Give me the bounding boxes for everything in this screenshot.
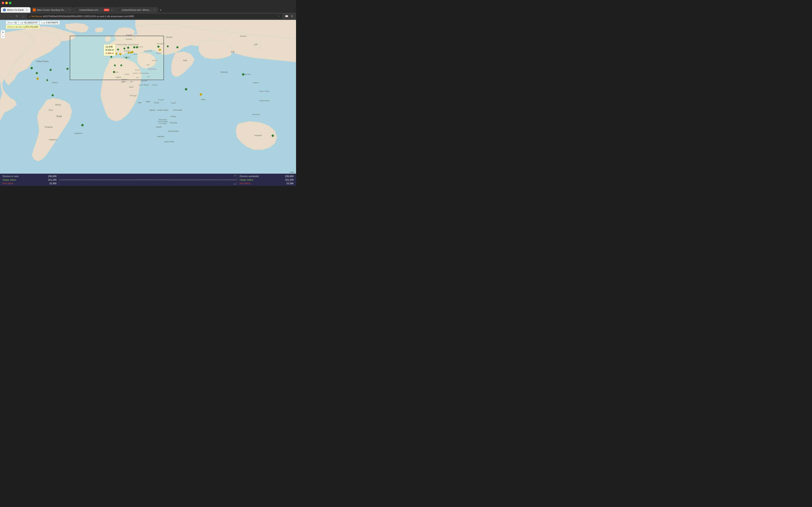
leaflet-attribution: Leafl... bbox=[290, 171, 295, 173]
marker-eu5[interactable]: ◆ bbox=[136, 45, 139, 48]
tab-akka-close[interactable]: ✕ bbox=[68, 8, 71, 11]
happy-status-left-row: Happy status 221,249 bbox=[3, 178, 56, 181]
marker-eu1[interactable]: ◆ bbox=[117, 48, 120, 51]
woe-favicon bbox=[3, 8, 6, 11]
tab-github2-close[interactable]: ✕ bbox=[153, 8, 156, 11]
marker-na3[interactable]: ◆ bbox=[49, 68, 52, 70]
marker-na4[interactable]: ◆ bbox=[66, 66, 69, 69]
tab-github1-close[interactable]: ✕ bbox=[110, 8, 113, 11]
lat-pill: Lat 52.26815737 bbox=[18, 21, 39, 24]
marker-eu4[interactable]: ◆ bbox=[133, 45, 136, 48]
marker-eu2[interactable]: ◆ bbox=[123, 47, 126, 49]
stats-bar: Devices in view 236,609 Happy status 221… bbox=[0, 174, 296, 186]
marker-y-ru1[interactable]: ◆ bbox=[159, 48, 161, 51]
marker-na1[interactable]: ◆ bbox=[30, 65, 33, 68]
sad-status-right-value: 15,360 bbox=[286, 182, 294, 185]
bookmark-icon[interactable]: ☆ bbox=[278, 15, 281, 18]
marker-na5[interactable]: ◆ bbox=[46, 78, 49, 81]
svg-text:Nigeria: Nigeria bbox=[149, 109, 155, 111]
marker-af2[interactable]: ◆ bbox=[185, 87, 188, 90]
marker-y-af1[interactable]: ◆ bbox=[199, 92, 202, 95]
reading-mode-icon[interactable]: 📖 bbox=[284, 14, 289, 18]
forward-button[interactable]: → bbox=[8, 14, 13, 19]
home-button[interactable]: ⌂ bbox=[21, 14, 26, 19]
tab-github2[interactable]: mckeeh3/woe-twin: Where O... ✕ bbox=[116, 7, 158, 13]
svg-text:Niger: Niger bbox=[146, 101, 150, 103]
svg-text:Indonesia: Indonesia bbox=[252, 113, 260, 115]
tab-akka-label: Akka Cluster Sharding Viewer bbox=[37, 9, 67, 11]
svg-text:République: République bbox=[159, 119, 167, 121]
marker-na6[interactable]: ◆ bbox=[51, 93, 54, 96]
lng-pill: Lng 9.66796875 bbox=[40, 21, 60, 24]
tab-github1-label: mckeeh3/woe-sim: Where On... bbox=[79, 9, 102, 11]
marker-sa1[interactable]: ◆ bbox=[81, 122, 84, 125]
stats-right-panel: Devices worldwide 236,609 Happy status 2… bbox=[237, 174, 296, 186]
devices-worldwide-label: Devices worldwide bbox=[240, 175, 259, 177]
tab-github2-label: mckeeh3/woe-twin: Where O... bbox=[122, 9, 152, 11]
chart-svg bbox=[59, 174, 237, 186]
tab-woe-close[interactable]: ✕ bbox=[26, 8, 28, 11]
marker-af1[interactable]: ◆ bbox=[113, 70, 116, 73]
svg-text:United States: United States bbox=[36, 60, 49, 62]
refresh-button[interactable]: ↻ bbox=[14, 14, 19, 19]
tab-github1[interactable]: mckeeh3/woe-sim: Where On... New ✕ bbox=[73, 7, 115, 13]
sad-status-left-value: 15,360 bbox=[49, 182, 56, 185]
lng-label: Lng bbox=[41, 21, 45, 24]
back-button[interactable]: ← bbox=[2, 14, 7, 19]
happy-status-right-label: Happy status bbox=[240, 178, 253, 181]
zoom-value: 16 bbox=[14, 21, 17, 24]
marker-y-eu1[interactable]: ◆ bbox=[115, 52, 118, 55]
density-label: Device density bbox=[7, 25, 22, 28]
marker-eu9[interactable]: ◆ bbox=[120, 63, 123, 66]
svg-text:پاکستان: پاکستان bbox=[152, 84, 157, 86]
sad-status-right-row: Sad status 15,360 bbox=[240, 182, 294, 185]
new-tab-button[interactable]: + bbox=[158, 8, 163, 13]
svg-text:Argentina: Argentina bbox=[49, 138, 57, 141]
github1-favicon bbox=[75, 8, 78, 11]
fullscreen-button[interactable] bbox=[9, 2, 11, 4]
title-bar bbox=[0, 0, 296, 6]
minimize-button[interactable] bbox=[5, 2, 8, 4]
svg-text:الصفاة: الصفاة bbox=[129, 86, 134, 88]
svg-text:السودان: السودان bbox=[158, 99, 164, 101]
marker-na2[interactable]: ◆ bbox=[36, 71, 39, 74]
marker-au1[interactable]: ◆ bbox=[271, 133, 274, 136]
address-bar[interactable]: ⚠ Not Secure a91076d00ad1f4342befdaf380d… bbox=[27, 14, 282, 19]
url-text: a91076d00ad1f4342befdaf380dc6850-1105511… bbox=[43, 15, 134, 17]
marker-y-na1[interactable]: ◆ bbox=[36, 76, 39, 79]
tab-woe[interactable]: Where On Earth ✕ bbox=[1, 7, 31, 13]
map-container[interactable]: United States México Brasil Argentina Pe… bbox=[0, 20, 296, 174]
close-button[interactable] bbox=[2, 2, 4, 4]
devices-worldwide-row: Devices worldwide 236,609 bbox=[240, 175, 294, 177]
tab-akka[interactable]: Akka Cluster Sharding Viewer ✕ bbox=[31, 7, 73, 13]
marker-y-eu5[interactable]: ◆ bbox=[131, 50, 134, 53]
svg-text:Papua Niugin: Papua Niugin bbox=[259, 100, 269, 102]
marker-y-eu2[interactable]: ◆ bbox=[119, 52, 122, 55]
marker-ru3[interactable]: ◆ bbox=[176, 45, 179, 48]
traffic-lights bbox=[2, 2, 11, 4]
marker-ru2[interactable]: ◆ bbox=[167, 44, 169, 47]
marker-eu8[interactable]: ◆ bbox=[125, 56, 129, 59]
github2-favicon bbox=[118, 8, 121, 11]
zoom-controls: + − bbox=[1, 30, 5, 39]
zoom-out-button[interactable]: − bbox=[1, 34, 5, 39]
svg-text:South Africa: South Africa bbox=[164, 141, 174, 143]
marker-ru1[interactable]: ◆ bbox=[157, 44, 160, 47]
lat-value: 52.26815737 bbox=[24, 21, 38, 24]
svg-text:الله: الله bbox=[130, 81, 133, 82]
marker-eu3[interactable]: ◆ bbox=[127, 45, 130, 48]
zoom-in-button[interactable]: + bbox=[1, 30, 5, 34]
lng-value: 9.66796875 bbox=[46, 21, 58, 24]
marker-cn1[interactable]: ◆ bbox=[242, 72, 245, 75]
marker-eu7[interactable]: ◆ bbox=[114, 63, 117, 66]
marker-eu6[interactable]: ◆ bbox=[110, 55, 113, 58]
sad-status-left-label: Sad status bbox=[3, 182, 13, 185]
svg-text:Australia: Australia bbox=[254, 134, 262, 136]
svg-text:Argentina: Argentina bbox=[74, 132, 83, 134]
not-secure-label: Not Secure bbox=[32, 15, 42, 17]
density-value: 1,073,741,824 bbox=[23, 25, 38, 28]
tab-woe-label: Where On Earth bbox=[7, 9, 24, 11]
sad-status-right-label: Sad status bbox=[240, 182, 251, 185]
share-icon[interactable]: ⬆ bbox=[290, 14, 294, 18]
tabs-bar: Where On Earth ✕ Akka Cluster Sharding V… bbox=[0, 6, 296, 13]
